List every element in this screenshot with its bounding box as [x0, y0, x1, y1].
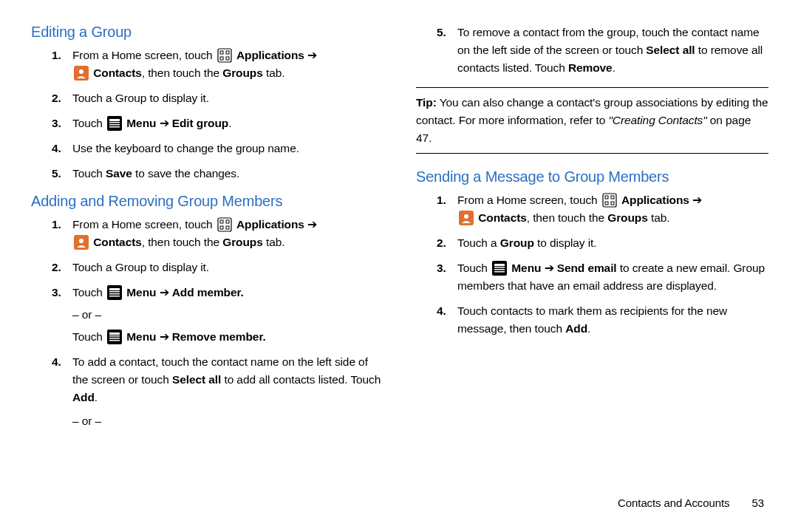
svg-rect-2	[226, 51, 229, 54]
svg-rect-19	[107, 285, 122, 300]
svg-rect-36	[492, 261, 507, 276]
svg-rect-28	[109, 340, 120, 341]
contacts-icon	[459, 211, 474, 225]
add-remove-continued: To remove a contact from the group, touc…	[416, 24, 768, 77]
page-number: 53	[752, 497, 765, 509]
svg-rect-40	[494, 271, 505, 273]
label: Save	[106, 167, 132, 180]
step: From a Home screen, touch Applications ➔…	[457, 191, 768, 227]
label: Menu	[511, 262, 541, 274]
label: Contacts	[478, 211, 527, 224]
label: Add	[72, 391, 95, 403]
menu-icon	[107, 285, 122, 300]
text: Touch	[72, 330, 106, 343]
heading-editing-group: Editing a Group	[31, 24, 383, 41]
text: tab.	[263, 66, 285, 79]
text: ➔	[156, 117, 171, 129]
svg-rect-26	[109, 335, 120, 337]
contacts-icon	[74, 235, 89, 250]
label: Remove	[568, 61, 613, 74]
svg-rect-25	[109, 332, 120, 335]
applications-icon	[602, 193, 617, 208]
contacts-icon	[74, 66, 89, 81]
menu-icon	[107, 330, 122, 344]
svg-rect-23	[109, 296, 120, 297]
text: .	[95, 391, 98, 403]
heading-adding-removing: Adding and Removing Group Members	[31, 193, 383, 210]
label: Add	[565, 322, 587, 335]
text: , then touch the	[527, 211, 607, 224]
svg-rect-13	[220, 220, 223, 223]
svg-rect-1	[220, 51, 223, 54]
svg-rect-16	[226, 226, 229, 229]
text: Touch	[72, 286, 106, 299]
step: Touch a Group to display it.	[72, 89, 383, 107]
text: .	[587, 322, 590, 335]
svg-rect-14	[226, 220, 229, 223]
text: ➔	[156, 330, 171, 343]
text: .	[228, 117, 231, 129]
right-column: To remove a contact from the group, touc…	[416, 24, 768, 488]
label: Group	[500, 236, 534, 249]
svg-rect-4	[226, 57, 229, 60]
step: Touch a Group to display it.	[457, 234, 768, 252]
step: Touch Menu ➔ Send email to create a new …	[457, 259, 768, 295]
label: Remove member.	[172, 330, 266, 343]
svg-rect-20	[109, 288, 120, 290]
label: Menu	[126, 286, 156, 299]
edit-group-steps: From a Home screen, touch Applications ➔…	[31, 47, 383, 183]
svg-rect-37	[494, 264, 505, 266]
svg-rect-9	[109, 122, 120, 123]
text: to add all contacts listed. Touch	[221, 373, 381, 386]
tip-label: Tip:	[416, 96, 437, 109]
svg-rect-3	[220, 57, 223, 60]
or-divider: – or –	[72, 412, 383, 430]
page-footer: Contacts and Accounts 53	[618, 497, 764, 509]
menu-icon	[107, 116, 122, 131]
text: ➔	[156, 286, 171, 299]
step: To add a contact, touch the contact name…	[72, 353, 383, 430]
label: Applications	[236, 49, 304, 61]
svg-rect-15	[220, 226, 223, 229]
text: to display it.	[534, 236, 597, 249]
text: From a Home screen, touch	[72, 218, 216, 231]
svg-rect-39	[494, 269, 505, 270]
text: From a Home screen, touch	[72, 49, 216, 61]
text: .	[613, 61, 615, 74]
svg-point-6	[79, 69, 83, 74]
text: Touch a	[457, 236, 500, 249]
step: To remove a contact from the group, touc…	[457, 24, 768, 77]
label: Add member.	[172, 286, 244, 299]
label: Contacts	[93, 236, 142, 248]
label: Select all	[646, 44, 695, 56]
label: Select all	[172, 373, 221, 386]
step: Touch Menu ➔ Add member. – or – Touch Me…	[72, 284, 383, 346]
applications-icon	[217, 48, 232, 63]
step: From a Home screen, touch Applications ➔…	[72, 47, 383, 82]
menu-icon	[492, 261, 507, 276]
applications-icon	[217, 217, 232, 232]
alt-line: Touch Menu ➔ Remove member.	[72, 328, 383, 346]
step: From a Home screen, touch Applications ➔…	[72, 216, 383, 251]
svg-rect-24	[107, 330, 122, 344]
svg-rect-22	[109, 293, 120, 295]
text: Touch	[457, 262, 491, 274]
svg-point-35	[464, 214, 468, 219]
send-message-steps: From a Home screen, touch Applications ➔…	[416, 191, 768, 338]
tip-box: Tip: You can also change a contact's gro…	[416, 87, 768, 154]
svg-rect-7	[107, 116, 122, 131]
label: Contacts	[93, 66, 142, 79]
label: Applications	[236, 218, 304, 231]
step: Touch Save to save the changes.	[72, 165, 383, 183]
svg-rect-30	[605, 196, 608, 199]
label: Groups	[607, 211, 648, 224]
step: Touch contacts to mark them as recipient…	[457, 302, 768, 338]
text: From a Home screen, touch	[457, 194, 601, 206]
label: Applications	[621, 194, 689, 206]
step: Use the keyboard to change the group nam…	[72, 140, 383, 157]
footer-section: Contacts and Accounts	[618, 497, 729, 509]
text: , then touch the	[142, 66, 222, 79]
text: ➔	[541, 262, 556, 274]
text: to save the changes.	[132, 167, 239, 180]
text: tab.	[648, 211, 670, 224]
